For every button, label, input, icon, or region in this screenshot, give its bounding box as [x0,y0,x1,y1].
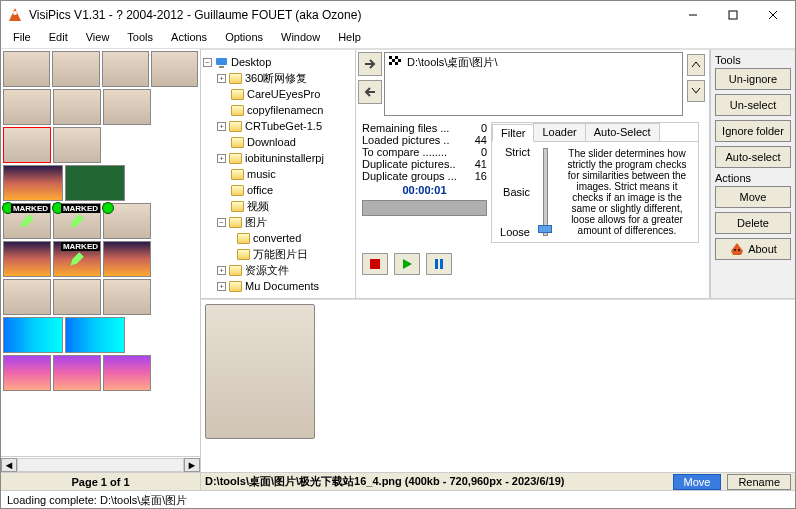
about-button[interactable]: About [715,238,791,260]
tree-item[interactable]: Download [203,134,353,150]
move-button[interactable]: Move [715,186,791,208]
tree-expander[interactable]: − [217,218,226,227]
thumbnail[interactable] [102,51,149,87]
tree-item[interactable]: office [203,182,353,198]
tree-label: Desktop [231,56,271,68]
tree-expander[interactable]: + [217,266,226,275]
tree-item[interactable]: +360断网修复 [203,70,353,86]
svg-rect-2 [729,11,737,19]
tree-label: iobituninstallerpj [245,152,324,164]
menu-options[interactable]: Options [217,29,271,48]
tree-item[interactable]: +CRTubeGet-1.5 [203,118,353,134]
folder-tree[interactable]: − Desktop +360断网修复CareUEyesProcopyfilena… [201,49,356,298]
thumbnail[interactable] [3,241,51,277]
scroll-right-button[interactable]: ► [184,458,200,472]
scroll-left-button[interactable]: ◄ [1,458,17,472]
delete-button[interactable]: Delete [715,212,791,234]
tree-expander[interactable]: − [203,58,212,67]
thumbnail[interactable] [53,127,101,163]
svg-rect-15 [435,259,438,269]
tree-item[interactable]: 万能图片日 [203,246,353,262]
thumbnail[interactable] [3,165,63,201]
thumbnail[interactable] [151,51,198,87]
maximize-button[interactable] [713,2,753,28]
tree-expander[interactable]: + [217,74,226,83]
thumbnail[interactable] [103,89,151,125]
preview-rename-button[interactable]: Rename [727,474,791,490]
thumbnail[interactable] [103,355,151,391]
thumbnail[interactable] [103,279,151,315]
tree-expander[interactable]: + [217,154,226,163]
remove-folder-button[interactable] [358,80,382,104]
menu-help[interactable]: Help [330,29,369,48]
tree-item[interactable]: CareUEyesPro [203,86,353,102]
close-button[interactable] [753,2,793,28]
thumbnail[interactable] [3,89,51,125]
tab-filter[interactable]: Filter [492,124,534,142]
add-folder-button[interactable] [358,52,382,76]
thumbnail[interactable] [53,355,101,391]
thumbnail-marked[interactable]: MARKED [53,241,101,277]
scroll-track[interactable] [17,458,184,472]
tree-item[interactable]: +iobituninstallerpj [203,150,353,166]
thumbnail[interactable] [53,89,101,125]
slider-thumb[interactable] [538,225,552,233]
folder-icon [237,233,250,244]
menu-tools[interactable]: Tools [119,29,161,48]
thumbnail-selected[interactable] [3,127,51,163]
unselect-button[interactable]: Un-select [715,94,791,116]
folder-icon [229,217,242,228]
menu-file[interactable]: File [5,29,39,48]
path-up-button[interactable] [687,54,705,76]
thumbnail[interactable] [3,317,63,353]
thumbnail[interactable] [53,279,101,315]
tools-panel: Tools Un-ignore Un-select Ignore folder … [710,49,795,298]
thumbnail[interactable] [65,317,125,353]
path-list[interactable]: D:\tools\桌面\图片\ [384,52,683,116]
stop-button[interactable] [362,253,388,275]
thumbnail[interactable] [3,279,51,315]
unignore-button[interactable]: Un-ignore [715,68,791,90]
ignore-folder-button[interactable]: Ignore folder [715,120,791,142]
autoselect-button[interactable]: Auto-select [715,146,791,168]
preview-move-button[interactable]: Move [673,474,722,490]
menu-edit[interactable]: Edit [41,29,76,48]
tree-item[interactable]: copyfilenamecn [203,102,353,118]
tree-item[interactable]: 视频 [203,198,353,214]
stop-icon [369,258,381,270]
tab-autoselect[interactable]: Auto-Select [585,123,660,141]
path-down-button[interactable] [687,80,705,102]
tree-label: converted [253,232,301,244]
preview-image[interactable] [205,304,315,439]
thumbnail-marked[interactable]: MARKED [53,203,101,239]
play-button[interactable] [394,253,420,275]
tree-item[interactable]: converted [203,230,353,246]
minimize-button[interactable] [673,2,713,28]
tree-item[interactable]: music [203,166,353,182]
pause-button[interactable] [426,253,452,275]
thumbnail[interactable] [65,165,125,201]
thumbnail-marked[interactable]: MARKED [3,203,51,239]
thumbnail[interactable] [103,241,151,277]
menu-window[interactable]: Window [273,29,328,48]
thumbnail-list[interactable]: MARKED MARKED MARKED [1,49,200,456]
thumbnail-scrollbar[interactable]: ◄ ► [1,456,200,472]
thumbnail[interactable] [3,355,51,391]
actions-heading: Actions [715,172,791,184]
thumbnail[interactable] [52,51,99,87]
tab-loader[interactable]: Loader [533,123,585,141]
thumbnail[interactable] [103,203,151,239]
tree-label: 资源文件 [245,263,289,278]
tree-item[interactable]: −图片 [203,214,353,230]
menu-actions[interactable]: Actions [163,29,215,48]
tree-item[interactable]: +资源文件 [203,262,353,278]
thumbnail[interactable] [3,51,50,87]
processed-dot-icon [102,202,114,214]
app-icon [7,7,23,23]
status-bar: Loading complete: D:\tools\桌面\图片 [1,490,795,508]
strictness-slider[interactable] [543,148,548,236]
menu-view[interactable]: View [78,29,118,48]
tree-expander[interactable]: + [217,122,226,131]
tree-expander[interactable]: + [217,282,226,291]
tree-item[interactable]: +Mu Documents [203,278,353,294]
